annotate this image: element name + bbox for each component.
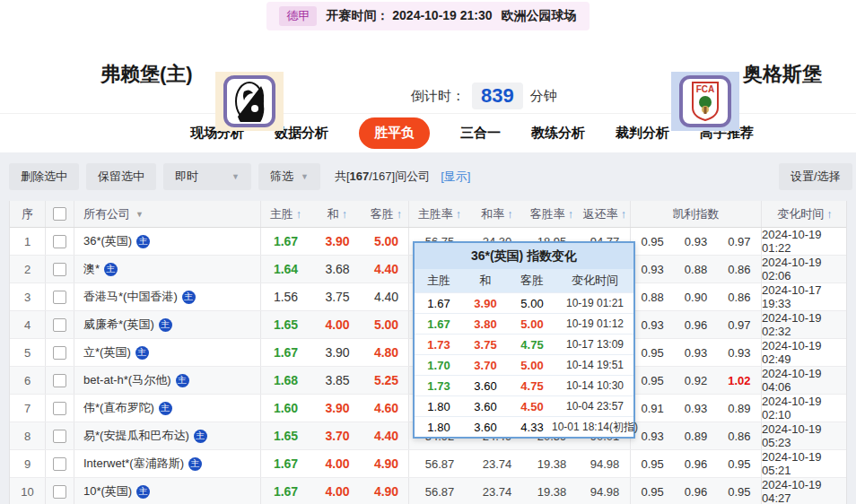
home-odds[interactable]: 1.56 — [261, 283, 310, 310]
row-checkbox[interactable] — [53, 374, 66, 387]
instant-odds-dropdown-label: 即时 — [175, 163, 198, 190]
home-odds[interactable]: 1.67 — [261, 339, 310, 366]
show-link[interactable]: [显示] — [441, 169, 470, 185]
company-cell[interactable]: 香港马*(中国香港)主 — [74, 283, 261, 310]
row-checkbox[interactable] — [53, 457, 66, 471]
row-checkbox[interactable] — [53, 291, 66, 304]
column-header-return-rate[interactable]: 返还率↑ — [580, 201, 631, 227]
home-odds[interactable]: 1.60 — [261, 395, 310, 421]
company-cell[interactable]: 伟*(直布罗陀)主 — [74, 395, 261, 421]
column-header-home-rate[interactable]: 主胜率↑ — [409, 201, 470, 227]
home-odds[interactable]: 1.67 — [261, 450, 310, 477]
row-checkbox[interactable] — [53, 318, 66, 332]
nav-tab-5[interactable]: 教练分析 — [531, 125, 585, 142]
row-checkbox[interactable] — [53, 402, 66, 415]
delete-selected-button[interactable]: 删除选中 — [9, 163, 79, 190]
column-header-change-time[interactable]: 变化时间↑ — [762, 201, 848, 227]
company-cell[interactable]: bet-at-h*(马尔他)主 — [74, 367, 261, 394]
sort-asc-icon: ↑ — [456, 207, 462, 221]
away-odds[interactable]: 4.90 — [364, 478, 409, 504]
instant-odds-dropdown[interactable]: 即时 ▼ — [163, 163, 251, 190]
draw-odds[interactable]: 3.90 — [310, 228, 364, 255]
nav-tab-4[interactable]: 三合一 — [460, 125, 501, 142]
popup-home-odds: 1.67 — [415, 297, 463, 310]
kelly-index-cell: 0.950.930.93 — [631, 339, 762, 366]
kelly-value: 0.86 — [718, 256, 761, 282]
column-header-home-odds[interactable]: 主胜↑ — [261, 201, 310, 227]
away-odds[interactable]: 5.25 — [364, 367, 409, 394]
column-header-company[interactable]: 所有公司 ▼ — [74, 201, 261, 227]
kelly-index-cell: 0.910.930.89 — [631, 395, 762, 421]
row-checkbox-cell — [46, 283, 74, 310]
company-cell[interactable]: 立*(英国)主 — [74, 339, 261, 366]
away-odds[interactable]: 4.40 — [364, 422, 409, 449]
draw-odds[interactable]: 3.85 — [310, 367, 364, 394]
host-odds-icon: 主 — [159, 402, 172, 415]
away-odds[interactable]: 5.00 — [364, 228, 409, 255]
draw-odds[interactable]: 4.00 — [310, 311, 364, 338]
away-odds[interactable]: 4.80 — [364, 339, 409, 366]
column-header-kelly[interactable]: 凯利指数 — [631, 201, 762, 227]
row-checkbox[interactable] — [53, 346, 66, 360]
company-cell[interactable]: 易*(安提瓜和巴布达)主 — [74, 422, 261, 449]
column-header-away-odds[interactable]: 客胜↑ — [364, 201, 409, 227]
row-checkbox[interactable] — [53, 235, 66, 248]
host-odds-icon: 主 — [104, 263, 118, 276]
row-seq: 2 — [10, 256, 46, 282]
popup-odds-row: 1.803.604.5010-04 23:57 — [415, 395, 633, 416]
popup-away-odds: 5.00 — [508, 317, 556, 331]
column-header-draw-rate[interactable]: 和率↑ — [470, 201, 524, 227]
away-odds[interactable]: 4.40 — [364, 256, 409, 282]
home-odds[interactable]: 1.65 — [261, 311, 310, 338]
company-cell[interactable]: 澳*主 — [74, 256, 261, 282]
kelly-index-cell: 0.930.890.86 — [631, 422, 762, 449]
popup-away-odds: 4.33 — [508, 421, 556, 434]
draw-odds[interactable]: 4.00 — [310, 478, 364, 504]
company-cell[interactable]: 威廉希*(英国)主 — [74, 311, 261, 338]
kelly-value: 0.95 — [631, 367, 674, 394]
company-cell[interactable]: 10*(英国)主 — [74, 478, 261, 504]
row-checkbox[interactable] — [53, 263, 66, 276]
home-odds[interactable]: 1.65 — [261, 422, 310, 449]
company-count-current: 167 — [350, 169, 370, 183]
chevron-down-icon: ▼ — [301, 163, 309, 190]
popup-change-time: 10-01 18:14(初指) — [556, 420, 633, 435]
home-odds[interactable]: 1.68 — [261, 367, 310, 394]
popup-away-odds: 4.50 — [508, 400, 556, 413]
row-checkbox[interactable] — [53, 485, 66, 499]
home-odds[interactable]: 1.67 — [261, 228, 310, 255]
column-header-away-rate[interactable]: 客胜率↑ — [524, 201, 580, 227]
popup-odds-row: 1.703.705.0010-14 19:51 — [415, 354, 633, 375]
filter-dropdown-label: 筛选 — [270, 163, 293, 190]
draw-odds[interactable]: 3.90 — [310, 339, 364, 366]
company-cell[interactable]: Interwet*(塞浦路斯)主 — [74, 450, 261, 477]
company-cell[interactable]: 36*(英国)主 — [74, 228, 261, 255]
popup-home-odds: 1.70 — [415, 359, 463, 372]
draw-odds[interactable]: 3.68 — [310, 256, 364, 282]
filter-dropdown[interactable]: 筛选 ▼ — [258, 163, 320, 190]
home-odds[interactable]: 1.67 — [261, 478, 310, 504]
column-header-seq[interactable]: 序 — [10, 201, 46, 227]
nav-tab-3[interactable]: 胜平负 — [359, 117, 430, 149]
settings-select-button[interactable]: 设置/选择 — [779, 163, 852, 190]
kelly-value: 0.95 — [631, 478, 674, 504]
kelly-value: 0.93 — [631, 256, 674, 282]
column-header-draw-odds[interactable]: 和↑ — [310, 201, 364, 227]
select-all-checkbox[interactable] — [53, 207, 66, 221]
home-odds[interactable]: 1.64 — [261, 256, 310, 282]
away-odds[interactable]: 4.40 — [364, 283, 409, 310]
away-odds[interactable]: 5.00 — [364, 311, 409, 338]
keep-selected-button[interactable]: 保留选中 — [86, 163, 156, 190]
away-odds[interactable]: 4.90 — [364, 450, 409, 477]
draw-odds[interactable]: 3.70 — [310, 422, 364, 449]
nav-tab-6[interactable]: 裁判分析 — [616, 125, 669, 142]
kelly-value: 0.91 — [631, 395, 674, 421]
change-time: 2024-10-19 05:21 — [762, 450, 848, 477]
draw-odds[interactable]: 3.75 — [310, 283, 364, 310]
draw-odds[interactable]: 3.90 — [310, 395, 364, 421]
company-name: 10*(英国) — [83, 483, 132, 500]
away-odds[interactable]: 4.60 — [364, 395, 409, 421]
draw-odds[interactable]: 4.00 — [310, 450, 364, 477]
row-checkbox[interactable] — [53, 430, 66, 443]
company-name: 澳* — [83, 261, 100, 277]
